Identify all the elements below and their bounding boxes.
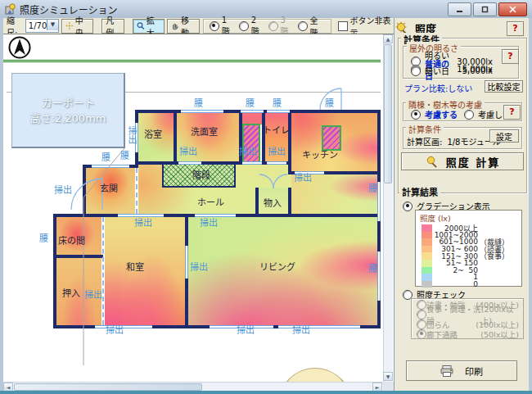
- magnifier-icon: [137, 21, 145, 30]
- legend-range: 0: [432, 280, 478, 288]
- legend-color-swatch: [422, 246, 432, 253]
- vertical-scroll-thumb[interactable]: [384, 44, 392, 183]
- calc-settings-button[interactable]: 設定: [489, 129, 519, 143]
- neighbor-help-button[interactable]: ?: [503, 105, 521, 120]
- floor-radio[interactable]: [239, 21, 249, 31]
- help-button[interactable]: ?: [507, 21, 524, 36]
- window-label: 掃出: [134, 215, 152, 229]
- room-label: 階段: [192, 168, 210, 181]
- window-label: 掃出: [190, 260, 208, 273]
- neighbor-radio[interactable]: [411, 110, 421, 120]
- window-label: 掃出: [54, 183, 72, 196]
- legend-color-swatch: [422, 252, 432, 260]
- window-label: 腰: [39, 231, 48, 244]
- window-label: 掃出: [124, 126, 138, 144]
- minimize-button[interactable]: [448, 2, 471, 16]
- legend-color-swatch: [422, 224, 432, 232]
- print-button-label: 印刷: [465, 365, 483, 378]
- window-label: 腰: [246, 96, 255, 109]
- window-label: 掃出: [200, 215, 218, 229]
- legend-color-swatch: [422, 260, 432, 267]
- window-label: 腰: [368, 261, 377, 274]
- maximize-button[interactable]: [473, 2, 497, 16]
- scrollbar-corner: [383, 382, 394, 391]
- calc-button[interactable]: 照度 計算: [401, 152, 524, 170]
- neighbor-radio[interactable]: [464, 110, 474, 120]
- plan-canvas[interactable]: 浴室洗面室トイレキッチン玄関階段ホール物入床の間和室押入リビング腰腰腰腰腰腰腰腰…: [3, 34, 394, 391]
- legend-color-swatch: [422, 281, 432, 288]
- check-options-group: 読書・勉強(400lx以上)食事・調理・洗顔(200lx以上)団らん(100lx…: [411, 298, 524, 339]
- scroll-left-icon[interactable]: ◄: [3, 383, 13, 391]
- window-label: 掃出: [84, 288, 102, 301]
- legend-color-swatch: [422, 274, 432, 281]
- gradation-radio[interactable]: [403, 202, 413, 211]
- check-option-radio: [417, 319, 426, 329]
- hide-buttons-checkbox[interactable]: [338, 21, 348, 31]
- pan-button[interactable]: 移動: [167, 19, 199, 34]
- window-label: 掃出: [292, 323, 310, 336]
- window-label: 掃出: [106, 323, 124, 336]
- room-label: 洗面室: [191, 125, 218, 138]
- center-button[interactable]: 中央: [61, 19, 93, 34]
- calc-button-label: 照度 計算: [446, 154, 501, 170]
- settings-panel: 照度 ? 計算条件 屋外の明るさ 明るい日30,000lx普通の日15,000l…: [394, 18, 532, 391]
- plan-compare-row: プラン比較:しない: [404, 82, 472, 94]
- window-label: 腰: [273, 96, 282, 109]
- floor-radio-group: 1階2階3階全階: [203, 19, 331, 34]
- legend-color-swatch: [422, 238, 432, 246]
- outdoor-help-button[interactable]: ?: [502, 49, 519, 64]
- close-button[interactable]: [498, 2, 527, 16]
- room-label: ホール: [197, 195, 224, 208]
- center-icon: [65, 21, 74, 30]
- check-option-radio: [417, 310, 426, 319]
- compare-settings-button[interactable]: 比較設定: [485, 80, 523, 93]
- window-label: 掃出: [239, 144, 257, 157]
- legend-row: 0: [416, 281, 521, 288]
- outdoor-radio[interactable]: [411, 66, 421, 76]
- chevron-down-icon[interactable]: ▼: [47, 20, 58, 30]
- horizontal-scrollbar[interactable]: ◄ ►: [3, 382, 383, 391]
- room-label: リビング: [259, 260, 295, 273]
- scroll-down-icon[interactable]: ▼: [383, 372, 393, 381]
- zoom-button[interactable]: 拡大: [133, 19, 165, 34]
- legend-rows: 2000以上1001~2000601~1000（裁縫）301~ 600（読書）1…: [416, 224, 521, 288]
- floor-radio: [268, 21, 278, 31]
- outdoor-option-label: 暗い日: [425, 65, 449, 77]
- check-option-value: (50lx以上): [480, 328, 519, 340]
- room-label: 床の間: [58, 233, 85, 247]
- toolbar: 縮尺: 1/70 ▼ 中央 凡例 拡大 移動: [3, 18, 394, 34]
- legend-button[interactable]: 凡例: [101, 19, 124, 34]
- carport-tooltip: カーポート 高さ:2,200mm: [11, 73, 125, 148]
- vertical-scrollbar[interactable]: ▲ ▼: [383, 34, 393, 382]
- horizontal-scroll-thumb[interactable]: [14, 383, 202, 391]
- printer-icon: [440, 365, 453, 377]
- legend-color-swatch: [422, 232, 432, 239]
- room-label: トイレ: [263, 123, 290, 136]
- window-label: 掃出: [237, 323, 255, 336]
- legend-note: （食事）: [480, 251, 509, 261]
- outdoor-option-value: 5,000lx: [462, 66, 493, 75]
- floor-radio[interactable]: [298, 21, 308, 31]
- neighbor-option-label: 考慮する: [425, 108, 458, 120]
- check-option-label: 廊下通路: [426, 328, 458, 340]
- calc-button-icon: [425, 155, 438, 168]
- check-option: 廊下通路(50lx以上): [417, 329, 519, 338]
- calc-section-row: 計算区画: 1/8モジュール: [407, 135, 501, 147]
- window-label: 腰: [368, 181, 377, 194]
- drawing-area: 縮尺: 1/70 ▼ 中央 凡例 拡大 移動: [0, 18, 394, 391]
- results-title: 計算結果: [399, 185, 440, 198]
- print-button[interactable]: 印刷: [406, 360, 517, 381]
- calc-group-title: 計算条件: [406, 123, 444, 135]
- floor-radio[interactable]: [210, 21, 219, 31]
- check-option-radio: [417, 329, 426, 339]
- app-window: 照度シミュレーション 縮尺: 1/70 ▼ 中央 凡例: [0, 0, 532, 394]
- plan-compare-label: プラン比較:しない: [404, 82, 472, 94]
- window-label: 腰: [325, 96, 334, 109]
- outdoor-option[interactable]: 暗い日5,000lx: [411, 65, 493, 77]
- scale-select[interactable]: 1/70 ▼: [25, 19, 59, 33]
- scroll-up-icon[interactable]: ▲: [383, 34, 393, 43]
- window-title: 照度シミュレーション: [20, 2, 118, 16]
- scroll-right-icon[interactable]: ►: [372, 383, 382, 391]
- room-label: 物入: [264, 196, 282, 209]
- window-label: 掃出: [294, 170, 312, 183]
